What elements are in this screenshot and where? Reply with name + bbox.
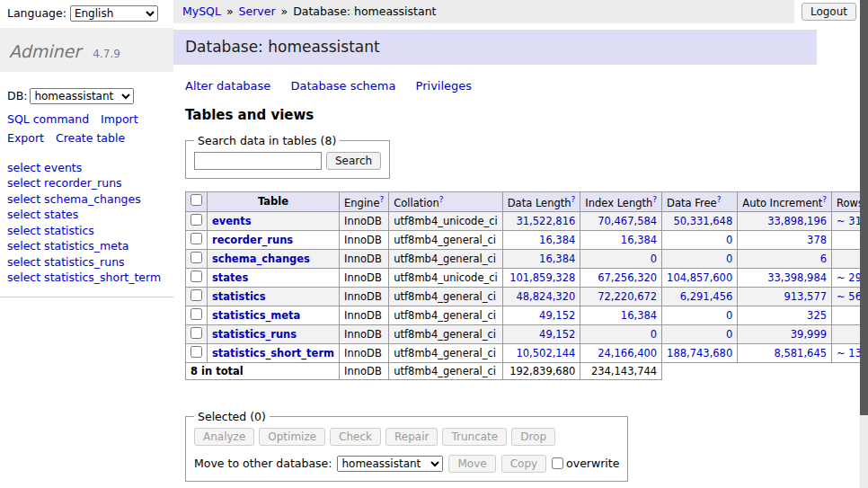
sidebar-link-select-statistics-short-term[interactable]: select statistics_short_term [7,271,161,284]
value-link-data_free[interactable]: 188,743,680 [667,347,732,359]
select-all-checkbox[interactable] [190,194,202,206]
copy-button[interactable]: Copy [501,455,546,473]
value-link-data_length[interactable]: 16,384 [539,253,575,265]
value-link-auto_increment[interactable]: 8,581,645 [775,347,828,359]
value-link-index_length[interactable]: 70,467,584 [598,215,657,227]
hint-link-auto-increment[interactable]: ? [822,195,827,204]
row-checkbox[interactable] [190,233,202,244]
table-row-statistics: statisticsInnoDButf8mb4_general_ci48,824… [186,287,868,306]
move-db-select[interactable]: homeassistant [337,456,443,472]
sidebar-action-create-table[interactable]: Create table [56,131,125,145]
sidebar-link-select-recorder-runs[interactable]: select recorder_runs [7,176,122,190]
repair-button[interactable]: Repair [385,428,438,446]
move-button[interactable]: Move [448,455,495,473]
table-link-schema-changes[interactable]: schema_changes [212,253,310,265]
db-link-alter-database[interactable]: Alter database [185,79,270,93]
drop-button[interactable]: Drop [511,428,555,446]
value-link-auto_increment[interactable]: 325 [807,309,827,322]
table-link-statistics-meta[interactable]: statistics_meta [212,309,300,322]
total-collation-cell: utf8mb4_general_ci [389,362,503,379]
hint-link-index-length[interactable]: ? [652,195,657,204]
value-link-auto_increment[interactable]: 33,898,196 [767,215,827,227]
db-link-database-schema[interactable]: Database schema [291,79,396,93]
value-link-auto_increment[interactable]: 6 [820,253,827,265]
value-link-auto_increment[interactable]: 33,398,984 [767,271,827,284]
table-link-statistics[interactable]: statistics [212,290,266,303]
table-link-events[interactable]: events [212,215,252,227]
logout-button[interactable]: Logout [802,3,856,21]
search-button[interactable]: Search [326,152,381,170]
value-link-data_free[interactable]: 0 [726,253,732,265]
selected-fieldset: Selected (0) AnalyzeOptimizeCheckRepairT… [185,410,628,482]
value-link-data_free[interactable]: 0 [726,309,732,322]
cell-index_length: 16,384 [580,306,662,324]
sidebar-link-select-states[interactable]: select states [7,208,78,221]
overwrite-checkbox[interactable] [552,457,563,469]
value-link-data_free[interactable]: 6,291,456 [680,290,733,303]
value-link-data_free[interactable]: 0 [726,328,732,341]
table-row-events: eventsInnoDButf8mb4_unicode_ci31,522,816… [186,211,868,230]
value-link-data_length[interactable]: 101,859,328 [509,271,575,284]
row-checkbox[interactable] [190,346,202,358]
cell-data_length: 10,502,144 [502,343,580,362]
value-link-data_free[interactable]: 104,857,600 [667,271,732,284]
hint-link-collation[interactable]: ? [439,195,444,204]
truncate-button[interactable]: Truncate [442,428,507,446]
table-header-row: TableEngine?Collation?Data Length?Index … [186,192,868,212]
table-link-recorder-runs[interactable]: recorder_runs [212,234,293,246]
value-link-index_length[interactable]: 24,166,400 [598,347,657,359]
value-link-index_length[interactable]: 67,256,320 [598,271,657,284]
row-checkbox[interactable] [190,271,202,282]
language-select[interactable]: English [70,5,158,22]
hint-link-data-length[interactable]: ? [571,195,576,204]
sidebar-link-select-schema-changes[interactable]: select schema_changes [7,192,141,206]
value-link-auto_increment[interactable]: 39,999 [791,328,827,341]
overwrite-option: overwrite [552,457,619,470]
search-input[interactable] [194,152,322,170]
value-link-index_length[interactable]: 16,384 [621,309,657,322]
value-link-index_length[interactable]: 16,384 [621,234,657,246]
value-link-auto_increment[interactable]: 913,577 [784,290,827,303]
cell-data_length: 48,824,320 [502,287,580,306]
breadcrumb-mysql[interactable]: MySQL [182,4,221,18]
sidebar-action-import[interactable]: Import [101,112,138,126]
page-body: Alter database Database schema Privilege… [173,79,859,488]
sidebar-link-select-events[interactable]: select events [7,161,82,174]
value-link-data_length[interactable]: 48,824,320 [516,290,575,303]
adminer-logo[interactable]: Adminer [9,41,81,61]
value-link-data_free[interactable]: 0 [726,234,732,246]
sidebar-link-select-statistics[interactable]: select statistics [7,224,94,237]
value-link-index_length[interactable]: 0 [651,253,657,265]
sidebar-link-select-statistics-runs[interactable]: select statistics_runs [7,255,125,269]
value-link-data_length[interactable]: 49,152 [539,309,575,322]
row-checkbox[interactable] [190,308,202,320]
table-link-statistics-runs[interactable]: statistics_runs [212,328,297,341]
db-select[interactable]: homeassistant [30,88,134,104]
table-link-statistics-short-term[interactable]: statistics_short_term [212,347,334,359]
hint-link-engine[interactable]: ? [379,195,384,204]
scrollbar-thumb[interactable] [860,0,868,415]
hint-link-data-free[interactable]: ? [717,195,722,204]
db-link-privileges[interactable]: Privileges [416,79,473,93]
value-link-index_length[interactable]: 72,220,672 [598,290,657,303]
row-checkbox[interactable] [190,252,202,263]
value-link-index_length[interactable]: 0 [651,328,657,341]
value-link-auto_increment[interactable]: 378 [807,234,827,246]
sidebar-link-select-statistics-meta[interactable]: select statistics_meta [7,239,129,253]
value-link-data_length[interactable]: 10,502,144 [516,347,575,359]
value-link-data_length[interactable]: 49,152 [539,328,575,341]
row-checkbox[interactable] [190,289,202,301]
value-link-data_length[interactable]: 16,384 [539,234,575,246]
row-checkbox[interactable] [190,214,202,226]
optimize-button[interactable]: Optimize [259,428,325,446]
sidebar-action-export[interactable]: Export [7,131,44,145]
row-checkbox[interactable] [190,327,202,339]
table-link-states[interactable]: states [212,271,248,284]
check-button[interactable]: Check [330,428,381,446]
breadcrumb-server[interactable]: Server [239,4,276,18]
analyze-button[interactable]: Analyze [194,428,254,446]
sidebar-action-sql-command[interactable]: SQL command [7,112,89,126]
value-link-data_length[interactable]: 31,522,816 [516,215,575,227]
cell-collation: utf8mb4_general_ci [389,306,503,324]
value-link-data_free[interactable]: 50,331,648 [673,215,732,227]
